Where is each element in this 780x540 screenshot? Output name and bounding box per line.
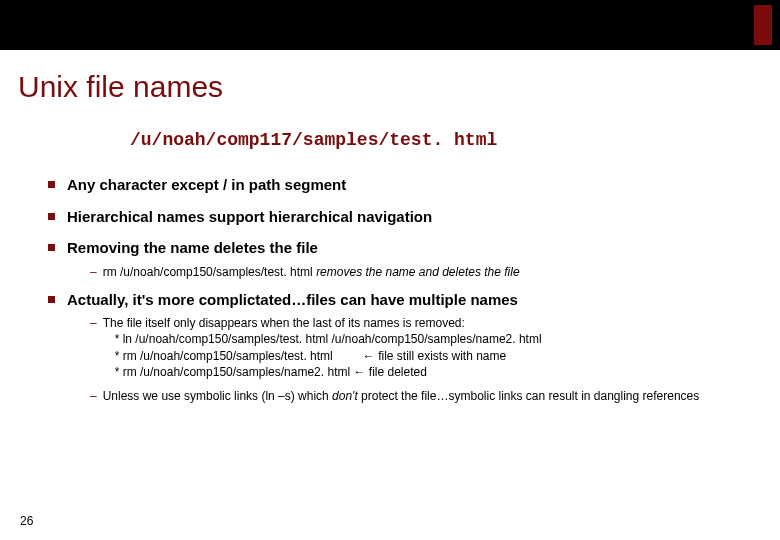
page-number: 26	[20, 514, 33, 528]
sub-bullet-item: – Unless we use symbolic links (ln –s) w…	[90, 388, 756, 404]
text-part: Unless we use symbolic links (ln –s) whi…	[103, 389, 332, 403]
sub-bullet-text: rm /u/noah/comp150/samples/test. html re…	[103, 264, 520, 280]
arrow-note: ← file deleted	[350, 365, 427, 379]
sub-bullet-text: The file itself only disappears when the…	[103, 315, 542, 380]
command-text: * rm /u/noah/comp150/samples/test. html	[115, 349, 333, 363]
sub-bullet-item: – rm /u/noah/comp150/samples/test. html …	[90, 264, 756, 280]
bullet-text: Hierarchical names support hierarchical …	[67, 207, 432, 227]
slide-title: Unix file names	[18, 70, 223, 104]
bullet-text: Removing the name deletes the file	[67, 238, 318, 258]
slide-body: Any character except / in path segment H…	[48, 175, 756, 414]
star-line: * rm /u/noah/comp150/samples/test. html …	[115, 348, 542, 364]
sub-bullet-group: – The file itself only disappears when t…	[90, 315, 756, 404]
dash-icon: –	[90, 264, 97, 280]
arrow-note: ← file still exists with name	[359, 349, 506, 363]
sub-bullet-text: Unless we use symbolic links (ln –s) whi…	[103, 388, 700, 404]
bullet-text: Actually, it's more complictated…files c…	[67, 290, 518, 310]
command-text: rm /u/noah/comp150/samples/test. html	[103, 265, 316, 279]
star-line: * rm /u/noah/comp150/samples/name2. html…	[115, 364, 542, 380]
example-filepath: /u/noah/comp117/samples/test. html	[130, 130, 497, 150]
sub-bullet-group: – rm /u/noah/comp150/samples/test. html …	[90, 264, 756, 280]
title-bar	[0, 0, 780, 50]
command-text: * rm /u/noah/comp150/samples/name2. html	[115, 365, 350, 379]
square-bullet-icon	[48, 213, 55, 220]
bullet-item: Removing the name deletes the file	[48, 238, 756, 258]
accent-chip	[754, 5, 772, 45]
note-text: removes the name and deletes the file	[316, 265, 519, 279]
sub-bullet-item: – The file itself only disappears when t…	[90, 315, 756, 380]
dash-icon: –	[90, 388, 97, 404]
star-line: * ln /u/noah/comp150/samples/test. html …	[115, 331, 542, 347]
square-bullet-icon	[48, 296, 55, 303]
dash-icon: –	[90, 315, 97, 331]
square-bullet-icon	[48, 181, 55, 188]
slide: Unix file names /u/noah/comp117/samples/…	[0, 0, 780, 540]
bullet-item: Actually, it's more complictated…files c…	[48, 290, 756, 310]
bullet-item: Any character except / in path segment	[48, 175, 756, 195]
sub-intro-text: The file itself only disappears when the…	[103, 315, 542, 331]
text-part: protect the file…symbolic links can resu…	[358, 389, 700, 403]
square-bullet-icon	[48, 244, 55, 251]
bullet-text: Any character except / in path segment	[67, 175, 346, 195]
bullet-item: Hierarchical names support hierarchical …	[48, 207, 756, 227]
italic-text: don't	[332, 389, 358, 403]
